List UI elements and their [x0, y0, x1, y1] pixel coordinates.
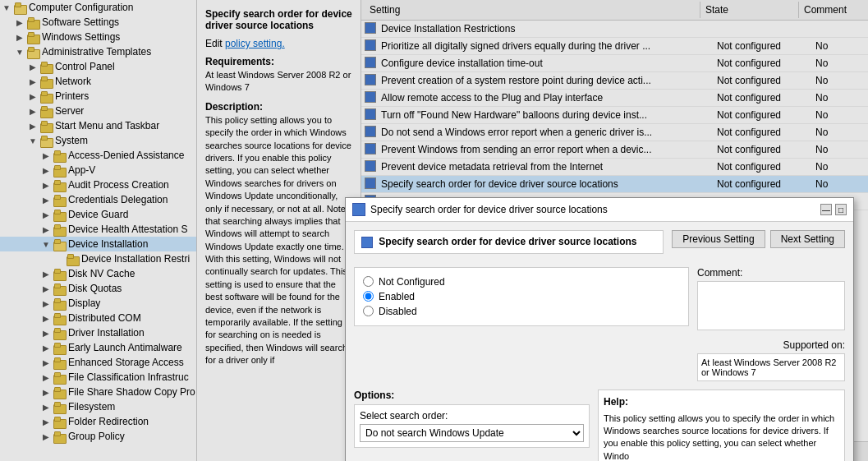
- radio-input-not_configured[interactable]: [363, 276, 374, 287]
- radio-label-enabled: Enabled: [379, 291, 415, 302]
- radio-not_configured[interactable]: Not Configured: [363, 276, 680, 288]
- comment-input[interactable]: [697, 281, 845, 330]
- radio-input-disabled[interactable]: [363, 306, 374, 316]
- modal-overlay: Specify search order for device driver s…: [0, 0, 868, 461]
- modal-titlebar: Specify search order for device driver s…: [346, 198, 853, 222]
- modal-dialog: Specify search order for device driver s…: [345, 197, 854, 461]
- radio-input-enabled[interactable]: [363, 291, 374, 302]
- help-col: Help: This policy setting allows you to …: [598, 390, 845, 461]
- modal-minimize-button[interactable]: —: [820, 204, 832, 215]
- next-setting-button[interactable]: Next Setting: [770, 230, 845, 248]
- setting-title-text: Specify search order for device driver s…: [379, 236, 636, 247]
- modal-maximize-button[interactable]: □: [835, 204, 847, 215]
- modal-comment-section: Comment: Supported on: At least Windows …: [697, 267, 845, 381]
- options-label: Options:: [354, 390, 590, 401]
- supported-value: At least Windows Server 2008 R2 or Windo…: [697, 353, 845, 381]
- modal-config-row: Not ConfiguredEnabledDisabled Comment: S…: [354, 267, 845, 381]
- help-text: This policy setting allows you to specif…: [604, 413, 839, 461]
- modal-body: Specify search order for device driver s…: [346, 222, 853, 461]
- supported-section: Supported on: At least Windows Server 20…: [697, 339, 845, 381]
- modal-window-controls: — □: [820, 204, 847, 215]
- options-col: Options: Select search order: Do not sea…: [354, 390, 590, 461]
- options-inner: Select search order: Do not search Windo…: [354, 404, 590, 448]
- previous-setting-button[interactable]: Previous Setting: [672, 230, 765, 248]
- comment-label: Comment:: [697, 267, 845, 279]
- select-label: Select search order:: [360, 410, 584, 422]
- radio-label-not_configured: Not Configured: [379, 276, 445, 288]
- supported-label: Supported on:: [697, 339, 845, 351]
- modal-nav-buttons: Previous Setting Next Setting: [672, 230, 845, 248]
- modal-setting-title: Specify search order for device driver s…: [354, 230, 664, 254]
- modal-title-icon: [352, 203, 365, 216]
- modal-title: Specify search order for device driver s…: [370, 204, 608, 215]
- main-window: ▼Computer Configuration▶Software Setting…: [0, 0, 868, 461]
- radio-enabled[interactable]: Enabled: [363, 291, 680, 302]
- search-order-select[interactable]: Do not search Windows UpdateSearch Windo…: [360, 424, 584, 442]
- modal-options-row: Options: Select search order: Do not sea…: [354, 390, 845, 461]
- modal-radio-section: Not ConfiguredEnabledDisabled: [354, 267, 689, 381]
- setting-title-icon: [361, 237, 373, 248]
- help-label: Help:: [604, 395, 839, 409]
- radio-group: Not ConfiguredEnabledDisabled: [354, 267, 689, 326]
- radio-label-disabled: Disabled: [379, 306, 417, 317]
- radio-disabled[interactable]: Disabled: [363, 306, 680, 317]
